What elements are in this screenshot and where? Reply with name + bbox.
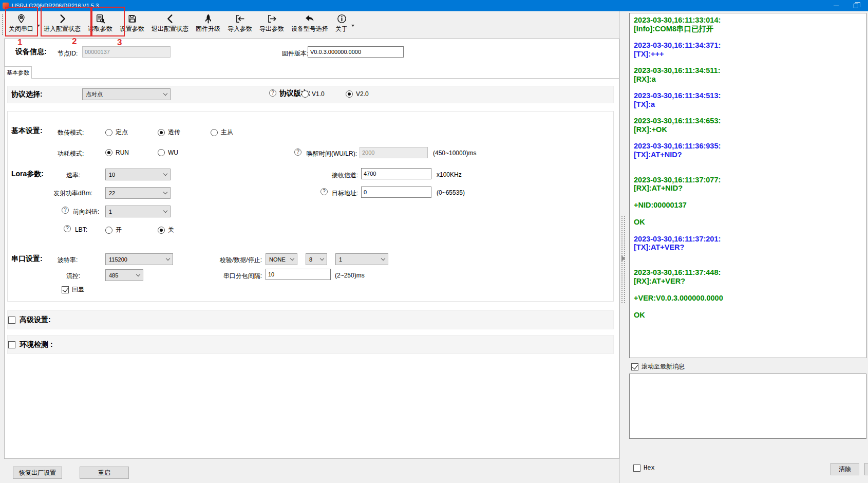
log-timestamp: 2023-03-30,16:11:36:935: — [634, 142, 862, 151]
baud-rate-select[interactable]: 115200 — [105, 253, 173, 265]
power-mode-run-radio[interactable]: RUN — [105, 149, 129, 156]
set-params-icon — [127, 13, 138, 24]
log-line: [RX]:+OK — [634, 125, 862, 134]
rx-channel-field[interactable] — [361, 168, 431, 179]
target-address-help-icon[interactable]: ? — [320, 188, 328, 195]
target-address-range: (0~65535) — [437, 189, 465, 196]
device-model-select-icon — [305, 13, 315, 24]
node-id-label: 节点ID: — [58, 49, 78, 58]
annotation-box-1 — [5, 7, 38, 36]
toolbar-button-label: 导出参数 — [259, 25, 284, 33]
titlebar: USR-LG206/DR206/DR216 V1.5.3 — [0, 0, 868, 11]
data-mode-transparent-radio[interactable]: 透传 — [158, 128, 180, 137]
advanced-settings-checkbox[interactable]: 高级设置: — [8, 315, 51, 325]
restore-button[interactable] — [847, 0, 864, 11]
protocol-select[interactable]: 点对点 — [82, 88, 171, 100]
log-timestamp: 2023-03-30,16:11:34:511: — [634, 66, 862, 75]
flow-control-select[interactable]: 485 — [105, 269, 143, 281]
log-line: [RX]:AT+NID? — [634, 184, 862, 193]
scroll-to-latest-checkbox[interactable]: 滚动至最新消息 — [631, 362, 685, 371]
lbt-off-radio[interactable]: 关 — [158, 226, 174, 234]
wake-time-range: (450~10000)ms — [433, 150, 476, 157]
toolbar-button-about[interactable]: 关于 — [332, 11, 351, 34]
radio-icon — [105, 149, 112, 156]
log-line — [634, 285, 862, 294]
log-line: [TX]:AT+NID? — [634, 151, 862, 159]
log-output[interactable]: 2023-03-30,16:11:33:014:[Info]:COM8串口已打开… — [629, 13, 866, 358]
fec-select[interactable]: 1 — [105, 206, 171, 217]
radio-icon — [158, 129, 165, 136]
toolbar-button-firmware-upgrade[interactable]: 固件升级 — [192, 11, 224, 34]
radio-icon — [211, 129, 218, 136]
checkbox-icon — [8, 317, 15, 324]
chevron-down-icon — [163, 91, 167, 96]
environment-check-checkbox[interactable]: 环境检测 : — [8, 340, 53, 349]
log-line: [RX]:a — [634, 75, 862, 84]
protocol-v2-radio[interactable]: V2.0 — [346, 90, 369, 98]
log-timestamp: 2023-03-30,16:11:34:513: — [634, 91, 862, 100]
checkbox-icon — [633, 465, 640, 472]
data-mode-master-slave-radio[interactable]: 主从 — [211, 128, 233, 137]
protocol-version-help-icon[interactable]: ? — [269, 89, 276, 97]
send-input[interactable] — [629, 374, 866, 439]
rx-channel-unit: x100KHz — [437, 171, 462, 178]
power-mode-label: 功耗模式: — [58, 150, 84, 158]
power-mode-wu-radio[interactable]: WU — [158, 149, 178, 156]
echo-checkbox[interactable]: 回显 — [62, 285, 84, 294]
data-mode-fixed-radio[interactable]: 定点 — [105, 128, 128, 137]
firmware-version-field[interactable] — [308, 46, 404, 58]
annotation-number-3: 3 — [117, 38, 122, 48]
fec-label: 前向纠错: — [73, 208, 99, 216]
log-entry: 2023-03-30,16:11:33:014:[Info]:COM8串口已打开 — [634, 16, 862, 33]
radio-icon — [158, 227, 165, 234]
data-bits-select[interactable]: 8 — [306, 253, 327, 265]
flow-control-label: 流控: — [66, 272, 80, 281]
toolbar-button-exit-config-mode[interactable]: 退出配置状态 — [148, 11, 192, 34]
toolbar-grip[interactable] — [2, 14, 4, 35]
log-line — [634, 252, 862, 261]
toolbar-button-label: 固件升级 — [196, 25, 220, 33]
lbt-on-radio[interactable]: 开 — [105, 226, 122, 234]
device-info-label: 设备信息: — [15, 47, 47, 57]
log-entry: 2023-03-30,16:11:37:077:[RX]:AT+NID? +NI… — [634, 176, 862, 227]
target-address-field[interactable] — [361, 187, 431, 198]
log-entry: 2023-03-30,16:11:37:201:[TX]:AT+VER? — [634, 235, 862, 261]
import-params-icon — [235, 13, 246, 24]
log-entry: 2023-03-30,16:11:34:513:[TX]:a — [634, 91, 862, 108]
firmware-version-label: 固件版本: — [282, 49, 308, 58]
tab-basic-params[interactable]: 基本参数 — [4, 66, 32, 79]
restart-button[interactable]: 重启 — [80, 467, 129, 479]
protocol-v1-radio[interactable]: V1.0 — [301, 90, 325, 98]
factory-reset-button[interactable]: 恢复出厂设置 — [13, 467, 62, 479]
node-id-field[interactable] — [82, 46, 171, 58]
hex-checkbox[interactable]: Hex — [633, 465, 655, 472]
toolbar-overflow-caret-icon[interactable] — [351, 25, 354, 27]
tx-power-select[interactable]: 22 — [105, 187, 171, 199]
log-timestamp: 2023-03-30,16:11:34:653: — [634, 117, 862, 125]
fec-help-icon[interactable]: ? — [62, 207, 69, 214]
toolbar-button-device-model-select[interactable]: 设备型号选择 — [288, 11, 332, 34]
chevron-down-icon — [163, 209, 167, 213]
lbt-help-icon[interactable]: ? — [64, 225, 71, 232]
rate-label: 速率: — [66, 171, 80, 180]
minimize-button[interactable] — [828, 0, 844, 11]
radio-icon — [346, 90, 353, 98]
splitter-collapse-arrow-icon[interactable] — [621, 255, 625, 262]
toolbar-button-export-params[interactable]: 导出参数 — [256, 11, 288, 34]
log-line: [TX]:a — [634, 100, 862, 109]
packet-interval-field[interactable] — [266, 269, 331, 280]
rx-channel-label: 接收信道: — [308, 171, 358, 180]
panel-splitter[interactable] — [619, 11, 626, 483]
send-button[interactable]: 发送 — [864, 463, 868, 475]
log-line: [Info]:COM8串口已打开 — [634, 25, 862, 33]
wake-time-field[interactable] — [360, 147, 428, 158]
toolbar-button-import-params[interactable]: 导入参数 — [224, 11, 256, 34]
log-entry: 2023-03-30,16:11:34:371:[TX]:+++ — [634, 41, 862, 58]
parity-select[interactable]: NONE — [266, 253, 297, 265]
rate-select[interactable]: 10 — [105, 169, 171, 180]
log-line: +VER:V0.0.3.000000.0000 — [634, 294, 862, 303]
clear-button[interactable]: 清除 — [831, 463, 859, 475]
log-entry: 2023-03-30,16:11:34:511:[RX]:a — [634, 66, 862, 83]
log-line: +NID:00000137 — [634, 201, 862, 210]
stop-bits-select[interactable]: 1 — [335, 253, 388, 265]
